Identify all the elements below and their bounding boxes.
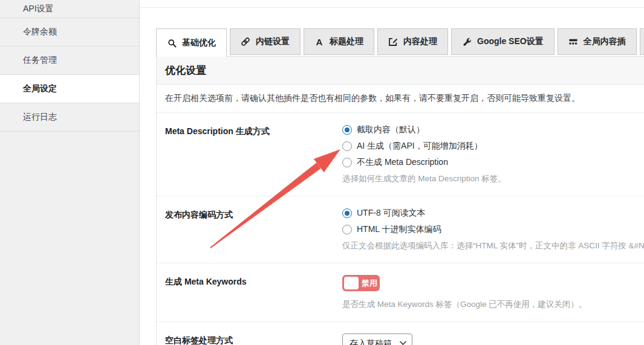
radio-no-meta-description[interactable] [342,158,352,167]
settings-tabs: 基础优化 内链设置 A 标题处理 内容处理 Google SEO设置 [156,28,644,57]
sidebar-item-token-balance[interactable]: 令牌余额 [0,18,139,47]
meta-description-help: 选择如何生成文章的 Meta Description 标签。 [342,173,644,184]
wrench-icon [462,37,472,47]
edit-icon [388,37,398,47]
tab-label: 全局内容插 [584,36,626,47]
empty-tags-select[interactable]: 存入草稿箱 [342,334,412,345]
top-divider [140,0,644,8]
list-icon [568,37,578,47]
meta-keywords-toggle[interactable]: 禁用 [342,275,380,291]
sidebar-item-task-management[interactable]: 任务管理 [0,47,139,75]
radio-option-excerpt[interactable]: 截取内容（默认） [342,124,644,135]
link-icon [241,37,250,47]
tab-content-processing[interactable]: 内容处理 [377,28,448,55]
tab-title-processing[interactable]: A 标题处理 [304,28,374,55]
tab-internal-links[interactable]: 内链设置 [230,28,301,55]
sidebar-item-label: 令牌余额 [23,27,57,37]
settings-sidebar: API设置 令牌余额 任务管理 全局设定 运行日志 [0,0,140,345]
sidebar-item-api-settings[interactable]: API设置 [0,0,139,18]
radio-option-label: 截取内容（默认） [357,124,424,135]
radio-html-entity[interactable] [342,225,352,234]
sidebar-item-label: 全局设定 [23,83,57,94]
row-meta-description: Meta Description 生成方式 截取内容（默认） AI 生成（需AP… [157,113,644,196]
radio-ai-generate[interactable] [342,141,352,151]
tab-label: 基础优化 [182,37,216,48]
tab-basic-optimization[interactable]: 基础优化 [156,28,227,57]
optimization-settings-panel: 优化设置 在开启相关选项前，请确认其他插件是否也有相同的参数，如果有，请不要重复… [156,56,644,345]
tab-label: 内链设置 [256,36,290,47]
radio-utf8[interactable] [342,208,352,218]
tab-custom[interactable]: 自定 [640,28,644,55]
sidebar-item-label: 任务管理 [23,55,57,66]
sidebar-item-global-settings[interactable]: 全局设定 [0,75,139,103]
tab-google-seo[interactable]: Google SEO设置 [451,28,555,55]
sidebar-item-run-log[interactable]: 运行日志 [0,103,139,132]
row-empty-tags: 空白标签处理方式 当期望生成标签但最终为空时，控制文章最终 存入草稿箱 [157,322,644,345]
empty-tags-label: 空白标签处理方式 [165,335,342,345]
panel-title: 优化设置 [157,57,644,85]
radio-option-label: HTML 十进制实体编码 [357,224,441,235]
search-icon [167,38,177,48]
radio-option-label: 不生成 Meta Description [357,157,448,168]
radio-option-html-entity[interactable]: HTML 十进制实体编码 [342,224,644,235]
toggle-state-label: 禁用 [362,275,377,291]
panel-notice: 在开启相关选项前，请确认其他插件是否也有相同的参数，如果有，请不要重复开启，否则… [157,85,644,113]
tab-label: 内容处理 [403,36,437,47]
encoding-label: 发布内容编码方式 [165,208,342,251]
radio-option-ai-generate[interactable]: AI 生成（需API，可能增加消耗） [342,141,644,152]
encoding-help: 仅正文会根据此选项编码入库：选择“HTML 实体”时，正文中的非 ASCII 字… [342,240,644,251]
meta-description-label: Meta Description 生成方式 [165,124,342,184]
row-content-encoding: 发布内容编码方式 UTF-8 可阅读文本 HTML 十进制实体编码 仅正文会根据… [157,196,644,263]
row-meta-keywords: 生成 Meta Keywords 禁用 是否生成 Meta Keywords 标… [157,263,644,322]
radio-option-label: AI 生成（需API，可能增加消耗） [357,141,483,152]
main-content: 基础优化 内链设置 A 标题处理 内容处理 Google SEO设置 [140,0,644,345]
tab-label: Google SEO设置 [477,36,544,47]
letter-a-icon: A [314,37,324,47]
toggle-knob [344,277,359,289]
sidebar-item-label: 运行日志 [23,112,57,123]
sidebar-item-label: API设置 [23,4,54,15]
meta-keywords-help: 是否生成 Meta Keywords 标签（Google 已不再使用，建议关闭）… [342,299,644,310]
radio-option-label: UTF-8 可阅读文本 [357,208,426,219]
radio-option-utf8[interactable]: UTF-8 可阅读文本 [342,208,644,219]
tab-label: 标题处理 [330,36,363,47]
tab-global-content-insert[interactable]: 全局内容插 [558,28,637,55]
meta-keywords-label: 生成 Meta Keywords [165,275,342,310]
empty-tags-select-wrap: 存入草稿箱 [342,334,412,345]
radio-option-no-meta-description[interactable]: 不生成 Meta Description [342,157,644,168]
radio-excerpt-default[interactable] [342,125,352,135]
